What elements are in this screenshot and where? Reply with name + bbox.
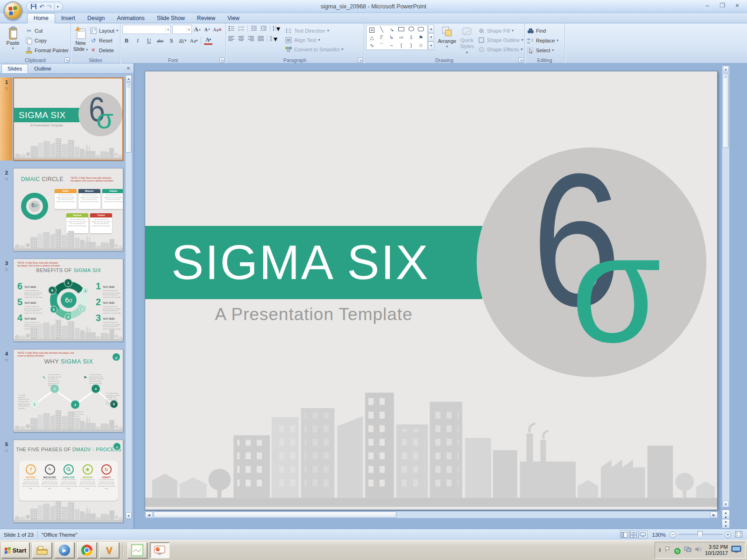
paste-button[interactable]: Paste ▾ (2, 25, 24, 50)
panel-scroll-thumb[interactable] (126, 83, 132, 153)
tab-insert[interactable]: Insert (55, 14, 81, 23)
save-icon[interactable] (30, 3, 37, 10)
shape-elbow-arrow-icon[interactable]: ↳ (387, 34, 396, 42)
previous-slide-button[interactable]: ▲▲ (722, 510, 730, 519)
office-button[interactable] (4, 1, 22, 20)
slide-4-animation-icon[interactable]: ☆ (3, 357, 10, 363)
shape-right-brace-icon[interactable]: } (406, 42, 416, 49)
shadow-button[interactable]: S (167, 36, 176, 45)
tab-slides[interactable]: Slides (1, 64, 28, 73)
scroll-left[interactable]: ◀ (145, 511, 153, 518)
start-button[interactable]: Start (1, 542, 29, 558)
shape-elbow-icon[interactable]: Γ (377, 34, 387, 42)
panel-close-icon[interactable]: ✕ (125, 65, 132, 72)
vertical-scroll-thumb[interactable] (723, 73, 729, 148)
shape-outline-button[interactable]: Shape Outline▾ (478, 36, 523, 44)
shape-arrow-icon[interactable]: ↘ (387, 26, 396, 34)
expand-tray-icon[interactable]: ˄˄ (659, 548, 661, 552)
undo-icon[interactable]: ↶ (39, 3, 44, 10)
zoom-level[interactable]: 130% (652, 532, 666, 538)
tab-slide-show[interactable]: Slide Show (151, 14, 191, 23)
shape-star-icon[interactable]: ☆ (416, 42, 426, 49)
customize-qat-icon[interactable]: ▾ (57, 5, 59, 9)
copy-button[interactable]: Copy (25, 36, 69, 44)
shape-scribble-icon[interactable]: ∿ (367, 42, 377, 49)
quick-styles-button[interactable]: QuickStyles ▾ (460, 25, 474, 55)
font-name-combo[interactable]: ▾ (122, 25, 171, 34)
title-band[interactable]: SIGMA SIX (145, 226, 482, 299)
shape-fill-button[interactable]: Shape Fill▾ (478, 27, 523, 35)
restore-button[interactable]: ❒ (716, 2, 728, 10)
shape-rectangle-icon[interactable] (396, 26, 406, 34)
shape-curve-icon[interactable]: ～ (387, 42, 396, 49)
file-explorer-taskbar-button[interactable] (32, 542, 52, 558)
tab-review[interactable]: Review (191, 14, 221, 23)
theme-name[interactable]: "Office Theme" (42, 532, 78, 538)
shapes-gallery-more[interactable]: ▼ (428, 42, 434, 50)
shape-arc-icon[interactable]: ⌒ (377, 42, 387, 49)
shapes-gallery[interactable]: A ╲ ↘ △ Γ ↳ ⇨ ⇩ ⚑ ∿ ⌒ ～ (366, 25, 428, 50)
tray-clock[interactable]: 3:52 PM 10/1/2017 (705, 544, 728, 556)
shape-left-brace-icon[interactable]: { (396, 42, 406, 49)
show-desktop-icon[interactable] (731, 546, 741, 555)
slide-1-animation-icon[interactable]: ☆ (3, 86, 10, 91)
underline-button[interactable]: U (145, 36, 153, 45)
replace-button[interactable]: abacReplace▾ (527, 36, 563, 44)
slide-5-thumbnail[interactable]: THE FIVE PHASES OF DMADV - PROCESS σ ? D… (13, 440, 123, 523)
horizontal-scrollbar[interactable]: ◀ ▶ (145, 511, 718, 518)
slide-2-animation-icon[interactable]: ☆ (3, 176, 10, 182)
slide-4-thumbnail[interactable]: *NOTE: In Slide Show mode after animatio… (13, 349, 123, 432)
tab-view[interactable]: View (221, 14, 246, 23)
increase-indent-button[interactable] (260, 25, 268, 32)
decrease-indent-button[interactable] (250, 25, 258, 32)
character-spacing-button[interactable]: A̲V̲▾ (178, 36, 187, 45)
fit-to-window-button[interactable] (735, 531, 742, 539)
shapes-scroll-down[interactable]: ▼ (428, 33, 434, 42)
shrink-font-button[interactable]: A▼ (203, 25, 211, 34)
next-slide-button[interactable]: ▼▼ (722, 519, 730, 528)
zoom-in-button[interactable]: + (725, 532, 731, 538)
tab-animations[interactable]: Animations (111, 14, 150, 23)
new-slide-button[interactable]: NewSlide ▾ (73, 25, 88, 52)
shapes-scroll-up[interactable]: ▲ (428, 25, 434, 33)
horizontal-scroll-thumb[interactable] (154, 511, 396, 518)
zoom-slider[interactable] (678, 534, 723, 535)
grow-font-button[interactable]: A▲ (193, 25, 202, 34)
panel-scroll-down[interactable]: ▼ (126, 512, 132, 519)
shape-effects-button[interactable]: Shape Effects▾ (478, 45, 523, 53)
numbering-button[interactable]: 12 (238, 25, 245, 32)
close-button[interactable]: × (731, 2, 743, 10)
font-size-combo[interactable]: ▾ (172, 25, 192, 34)
italic-button[interactable]: I (134, 36, 142, 45)
select-button[interactable]: Select▾ (527, 46, 563, 54)
scroll-right[interactable]: ▶ (710, 511, 718, 518)
powerpoint-taskbar-button[interactable] (150, 542, 169, 558)
text-direction-button[interactable]: Text Direction▾ (285, 27, 343, 35)
v-app-taskbar-button[interactable]: V (99, 542, 119, 558)
justify-button[interactable] (257, 35, 265, 42)
slide-sorter-view-button[interactable] (629, 531, 638, 539)
format-painter-button[interactable]: Format Painter (25, 46, 69, 54)
network-tray-icon[interactable] (684, 546, 691, 554)
shape-flag-icon[interactable]: ⚑ (416, 34, 426, 42)
image-viewer-taskbar-button[interactable] (127, 542, 147, 558)
shape-triangle-icon[interactable]: △ (367, 34, 377, 42)
cut-button[interactable]: ✂Cut (25, 27, 69, 35)
layout-button[interactable]: Layout▾ (90, 27, 118, 35)
slide-1-thumbnail[interactable]: SIGMA SIX A Presentation Template 6 σ (13, 77, 123, 161)
reset-button[interactable]: ↺Reset (90, 36, 118, 44)
panel-scrollbar[interactable]: ▲ ▼ (125, 75, 132, 519)
zoom-slider-thumb[interactable] (698, 531, 703, 538)
clipboard-dialog-launcher[interactable]: ↘ (64, 57, 70, 63)
vertical-scrollbar[interactable]: ▲ ▼ (722, 65, 730, 508)
slide-2-thumbnail[interactable]: DMAIC CIRCLE *NOTE: In Slide Show mode a… (13, 168, 123, 251)
slide-subtitle[interactable]: A Presentation Template (145, 305, 482, 324)
slide-3-animation-icon[interactable]: ☆ (3, 267, 10, 272)
font-dialog-launcher[interactable]: ↘ (219, 57, 225, 63)
bold-button[interactable]: B (122, 36, 131, 45)
scroll-down[interactable]: ▼ (723, 501, 729, 507)
shape-right-arrow-icon[interactable]: ⇨ (396, 34, 406, 42)
shape-textbox-icon[interactable]: A (367, 26, 377, 34)
zoom-out-button[interactable]: − (669, 532, 676, 538)
columns-button[interactable]: ▾ (270, 35, 277, 42)
